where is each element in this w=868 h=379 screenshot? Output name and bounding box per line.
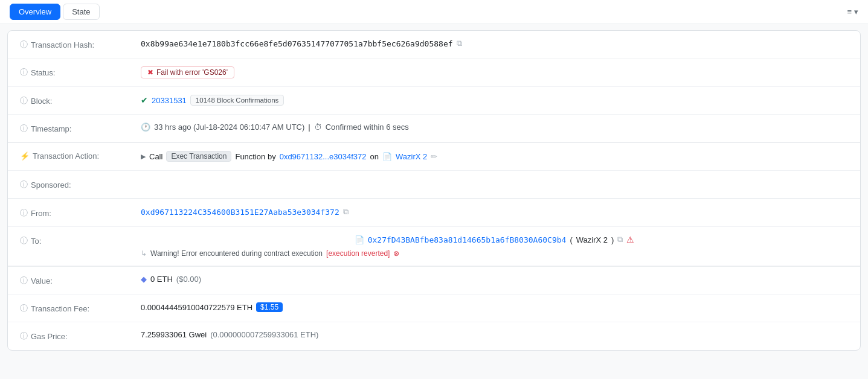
from-address-link[interactable]: 0xd967113224C354600B3151E27Aaba53e3034f3… xyxy=(141,208,339,217)
to-first-line: 📄 0x27fD43BABfbe83a81d14665b1a6fB8030A60… xyxy=(355,235,635,244)
status-label: ⓘ Status: xyxy=(20,66,141,78)
timestamp-row: ⓘ Timestamp: 🕐 33 hrs ago (Jul-18-2024 0… xyxy=(8,115,860,142)
timestamp-label: ⓘ Timestamp: xyxy=(20,123,141,134)
transaction-fee-value: 0.00044445910040722579 ETH $1.55 xyxy=(141,302,848,312)
tab-state[interactable]: State xyxy=(63,4,99,20)
copy-icon-to[interactable]: ⧉ xyxy=(617,235,623,244)
usd-amount: ($0.00) xyxy=(176,275,201,284)
eth-amount: 0 ETH xyxy=(150,275,173,284)
caller-address-link[interactable]: 0xd9671132...e3034f372 xyxy=(280,152,367,161)
info-icon: ⓘ xyxy=(20,275,28,286)
gas-price-label: ⓘ Gas Price: xyxy=(20,330,141,342)
transaction-action-row: ⚡ Transaction Action: ▶ Call Exec Transa… xyxy=(8,143,860,171)
clock-icon-2: ⏱ xyxy=(314,123,322,132)
transaction-hash-row: ⓘ Transaction Hash: 0x8b99ae634e1e7180b3… xyxy=(8,31,860,59)
info-icon: ⓘ xyxy=(20,123,28,134)
to-contract-name: WazirX 2 xyxy=(576,235,608,244)
transaction-action-label: ⚡ Transaction Action: xyxy=(20,151,141,161)
timestamp-value: 🕐 33 hrs ago (Jul-18-2024 06:10:47 AM UT… xyxy=(141,123,848,132)
timestamp-ago: 33 hrs ago (Jul-18-2024 06:10:47 AM UTC) xyxy=(154,123,304,132)
block-value: ✔ 20331531 10148 Block Confirmations xyxy=(141,95,848,106)
arrow-return-icon: ↳ xyxy=(141,249,147,258)
gas-eth: (0.000000007259933061 ETH) xyxy=(210,330,318,339)
to-name: ( xyxy=(570,235,572,244)
sponsored-label: ⓘ Sponsored: xyxy=(20,179,141,190)
sponsored-row: ⓘ Sponsored: xyxy=(8,171,860,199)
gas-price-value: 7.259933061 Gwei (0.000000007259933061 E… xyxy=(141,330,848,339)
block-row: ⓘ Block: ✔ 20331531 10148 Block Confirma… xyxy=(8,87,860,115)
from-label: ⓘ From: xyxy=(20,207,141,218)
info-icon: ⓘ xyxy=(20,39,28,50)
top-right-menu[interactable]: ≡ ▾ xyxy=(847,7,858,16)
transaction-action-value: ▶ Call Exec Transaction Function by 0xd9… xyxy=(141,151,848,162)
value-row: ⓘ Value: ◆ 0 ETH ($0.00) xyxy=(8,267,860,295)
document-icon-to: 📄 xyxy=(355,235,364,244)
value-label: ⓘ Value: xyxy=(20,275,141,286)
from-row: ⓘ From: 0xd967113224C354600B3151E27Aaba5… xyxy=(8,199,860,227)
info-icon: ⓘ xyxy=(20,179,28,190)
clock-icon: 🕐 xyxy=(141,123,150,132)
reverted-icon: ⊗ xyxy=(393,249,399,258)
transaction-hash-label: ⓘ Transaction Hash: xyxy=(20,39,141,50)
fee-usd-badge: $1.55 xyxy=(256,302,283,312)
document-icon: 📄 xyxy=(382,152,392,161)
to-label: ⓘ To: xyxy=(20,235,141,246)
transaction-fee-row: ⓘ Transaction Fee: 0.0004444591004072257… xyxy=(8,295,860,322)
tabs: Overview State xyxy=(10,4,100,20)
triangle-right-icon: ▶ xyxy=(141,153,146,161)
confirmations-badge: 10148 Block Confirmations xyxy=(190,95,284,106)
block-label: ⓘ Block: xyxy=(20,95,141,106)
info-icon: ⓘ xyxy=(20,208,28,218)
gas-price-row: ⓘ Gas Price: 7.259933061 Gwei (0.0000000… xyxy=(8,322,860,350)
tab-overview[interactable]: Overview xyxy=(10,4,60,20)
gas-gwei: 7.259933061 Gwei xyxy=(141,330,207,339)
info-icon: ⓘ xyxy=(20,235,28,246)
to-address-link[interactable]: 0x27fD43BABfbe83a81d14665b1a6fB8030A60C9… xyxy=(368,235,567,244)
function-text: Function by xyxy=(235,152,275,161)
copy-icon[interactable]: ⧉ xyxy=(457,39,462,48)
transaction-hash-value: 0x8b99ae634e1e7180b3fcc66e8fe5d076351477… xyxy=(141,39,848,48)
lightning-icon: ⚡ xyxy=(20,151,30,161)
call-text: Call xyxy=(149,152,162,161)
warning-triangle-icon: ⚠ xyxy=(626,235,634,244)
value-value: ◆ 0 ETH ($0.00) xyxy=(141,275,848,284)
warning-text: Warning! Error encountered during contra… xyxy=(150,249,323,258)
transaction-fee-label: ⓘ Transaction Fee: xyxy=(20,302,141,314)
to-value: 📄 0x27fD43BABfbe83a81d14665b1a6fB8030A60… xyxy=(141,235,848,258)
info-icon: ⓘ xyxy=(20,303,28,314)
contract-name-link[interactable]: WazirX 2 xyxy=(396,152,427,161)
status-value: ✖ Fail with error 'GS026' xyxy=(141,66,848,78)
copy-icon-from[interactable]: ⧉ xyxy=(343,207,349,217)
top-bar: Overview State ≡ ▾ xyxy=(0,0,868,24)
on-text: on xyxy=(370,152,379,161)
fail-icon: ✖ xyxy=(147,68,153,77)
chevron-down-icon: ▾ xyxy=(854,7,858,16)
eth-diamond-icon: ◆ xyxy=(141,275,147,284)
exec-transaction-badge: Exec Transaction xyxy=(166,151,231,162)
to-row: ⓘ To: 📄 0x27fD43BABfbe83a81d14665b1a6fB8… xyxy=(8,227,860,266)
transaction-detail-card: ⓘ Transaction Hash: 0x8b99ae634e1e7180b3… xyxy=(7,30,861,351)
from-value: 0xd967113224C354600B3151E27Aaba53e3034f3… xyxy=(141,207,848,217)
block-number-link[interactable]: 20331531 xyxy=(152,96,187,105)
timestamp-confirmed: Confirmed within 6 secs xyxy=(326,123,409,132)
edit-icon[interactable]: ✏ xyxy=(431,152,437,161)
status-fail-badge: ✖ Fail with error 'GS026' xyxy=(141,66,234,78)
check-circle-icon: ✔ xyxy=(141,95,148,105)
list-icon: ≡ xyxy=(847,7,852,16)
info-icon: ⓘ xyxy=(20,67,28,78)
fee-amount: 0.00044445910040722579 ETH xyxy=(141,303,252,312)
execution-reverted-text: [execution reverted] xyxy=(326,249,390,258)
warning-row: ↳ Warning! Error encountered during cont… xyxy=(141,249,848,258)
info-icon: ⓘ xyxy=(20,331,28,342)
hash-text: 0x8b99ae634e1e7180b3fcc66e8fe5d076351477… xyxy=(141,39,453,48)
status-row: ⓘ Status: ✖ Fail with error 'GS026' xyxy=(8,59,860,87)
info-icon: ⓘ xyxy=(20,95,28,106)
